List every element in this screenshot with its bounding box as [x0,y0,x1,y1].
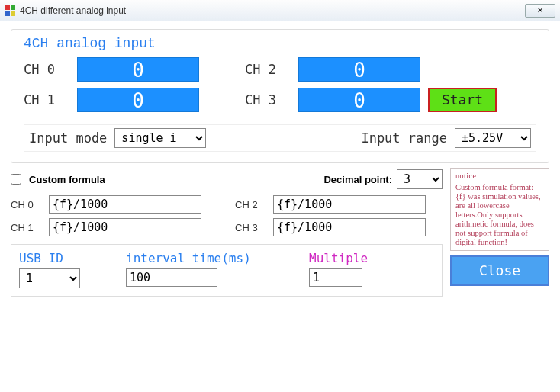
formula-ch2-input[interactable] [273,195,426,214]
titlebar: 4CH different analog input ✕ [0,0,560,21]
ch0-label: CH 0 [24,62,69,77]
ch1-label: CH 1 [24,92,69,108]
app-icon [5,5,15,16]
bottom-settings: USB ID interval time(ms) Multiple 1 [11,244,443,297]
input-range-label: Input range [361,130,447,146]
formula-ch3-input[interactable] [273,218,426,236]
group-title: 4CH analog input [24,36,536,51]
formula-ch0-label: CH 0 [11,199,43,210]
usb-id-label: USB ID [19,251,111,265]
input-mode-select[interactable]: single i [114,128,206,148]
input-mode-label: Input mode [29,130,107,146]
multiple-label: Multiple [309,251,416,265]
interval-label: interval time(ms) [126,251,294,265]
custom-formula-checkbox[interactable] [11,174,21,185]
interval-input[interactable] [126,268,217,287]
usb-id-select[interactable]: 1 [19,268,80,288]
input-range-select[interactable]: ±5.25V [455,128,531,148]
multiple-input[interactable] [309,268,362,287]
formula-ch0-input[interactable] [49,195,201,214]
decimal-point-label: Decimal point: [323,174,392,185]
custom-formula-label: Custom formula [29,174,105,185]
ch2-display: 0 [298,57,420,82]
start-button[interactable]: Start [428,88,497,112]
formula-ch3-label: CH 3 [235,222,267,233]
analog-input-group: 4CH analog input CH 0 0 CH 2 0 CH 1 0 CH… [11,29,549,163]
decimal-point-select[interactable]: 3 [397,169,443,189]
ch3-label: CH 3 [245,92,291,108]
ch1-display: 0 [77,88,199,112]
ch3-display: 0 [298,88,420,112]
notice-box: notice Custom formula format: {f} was si… [450,168,549,251]
notice-title: notice [455,172,544,181]
formula-ch2-label: CH 2 [235,199,267,210]
ch0-display: 0 [77,57,199,82]
formula-ch1-label: CH 1 [11,222,43,233]
close-button[interactable]: Close [450,255,549,286]
window-title: 4CH different analog input [20,5,525,16]
window-close-button[interactable]: ✕ [525,4,555,18]
ch2-label: CH 2 [245,62,291,77]
formula-ch1-input[interactable] [49,218,201,236]
notice-text: Custom formula format: {f} was simulatio… [455,183,544,247]
